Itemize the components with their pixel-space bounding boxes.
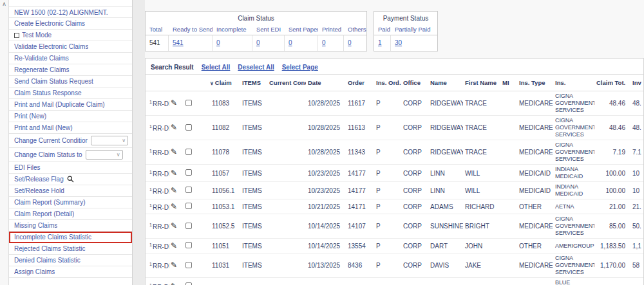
row-checkbox[interactable] [185, 187, 192, 193]
status-column-value[interactable]: 0 [252, 35, 285, 51]
sidebar-item-print-and-mail-duplicate-claim[interactable]: Print and Mail (Duplicate Claim) ∨ [9, 99, 132, 111]
column-header-inv[interactable]: Inv [630, 75, 643, 91]
status-column-value[interactable]: 1 [374, 35, 391, 51]
sidebar-item-incomplete-claims-statistic[interactable]: Incomplete Claims Statistic ∨ [9, 232, 132, 243]
status-column-value[interactable]: 0 [318, 35, 344, 51]
items-cell[interactable] [240, 278, 267, 285]
column-header-ins-type[interactable]: Ins. Type [517, 75, 553, 91]
row-checkbox[interactable] [185, 100, 192, 106]
row-checkbox[interactable] [185, 149, 192, 155]
sidebar-scrollbar[interactable]: ∧ [0, 0, 9, 285]
sidebar-item-validate-electronic-claims[interactable]: Validate Electronic Claims ∨ [9, 41, 132, 53]
items-cell[interactable]: ITEMS [240, 165, 267, 182]
column-header-order[interactable]: Order [346, 75, 374, 91]
items-cell[interactable]: ITEMS [240, 140, 267, 165]
items-cell[interactable]: ITEMS [240, 199, 267, 214]
search-icon[interactable] [67, 176, 74, 183]
column-header-mi[interactable]: MI [500, 75, 517, 91]
first-name-cell: TRACE [463, 140, 500, 165]
row-checkbox[interactable] [185, 169, 192, 176]
row-checkbox[interactable] [185, 124, 192, 131]
sidebar-item-claim-status-response[interactable]: Claim Status Response ∨ [9, 87, 132, 99]
sidebar-item-missing-claims[interactable]: Missing Claims ∨ [9, 220, 132, 232]
claim-number[interactable]: 11083 [208, 91, 240, 116]
row-checkbox[interactable] [185, 282, 192, 285]
column-header-office[interactable]: Office [401, 75, 428, 91]
sidebar-item-edi-files[interactable]: EDI Files ∨ [9, 162, 132, 174]
claim-number[interactable]: 11056.1 [208, 182, 240, 199]
column-header-ins[interactable]: Ins. [553, 75, 594, 91]
items-cell[interactable]: ITEMS [240, 239, 267, 253]
column-header-ins-ord[interactable]: Ins. Ord. [374, 75, 401, 91]
sidebar-item-change-current-condition-to[interactable]: Change Current Condition to ∨ [9, 134, 132, 148]
row-tag-cell: 1RR-DD [146, 253, 169, 278]
link-select-page[interactable]: Select Page [282, 64, 318, 71]
edit-pencil-icon[interactable]: ✎ [171, 147, 177, 156]
items-cell[interactable]: ITEMS [240, 253, 267, 278]
sidebar-item-regenerate-claims[interactable]: Regenerate Claims ∨ [9, 64, 132, 76]
sidebar-dropdown[interactable]: ∨ [91, 136, 128, 145]
link-select-all[interactable]: Select All [202, 64, 231, 71]
status-column-value[interactable]: 0 [344, 35, 366, 51]
sidebar-item-new-1500-02-12-alignment[interactable]: NEW 1500 (02-12) ALIGNMENT. ∨ [9, 6, 132, 18]
sidebar-item-print-and-mail-new[interactable]: Print and Mail (New) ∨ [9, 122, 132, 134]
items-cell[interactable]: ITEMS [240, 116, 267, 140]
items-cell[interactable]: ITEMS [240, 91, 267, 116]
sidebar-item-re-validate-claims[interactable]: Re-Validate Claims ∨ [9, 53, 132, 64]
row-checkbox[interactable] [185, 262, 192, 268]
edit-pencil-icon[interactable]: ✎ [171, 169, 177, 178]
row-checkbox[interactable] [185, 223, 192, 229]
sidebar-item-claim-report-summary[interactable]: Claim Report (Summary) ∨ [9, 197, 132, 208]
column-header-current-cond[interactable]: Current Cond. [267, 75, 306, 91]
edit-pencil-icon[interactable]: ✎ [171, 202, 177, 211]
sidebar-item-create-electronic-claims[interactable]: Create Electronic Claims ∨ [9, 18, 132, 30]
items-cell[interactable]: ITEMS [240, 182, 267, 199]
sidebar-item-denied-claims-statistic[interactable]: Denied Claims Statistic ∨ [9, 255, 132, 266]
claim-number[interactable]: 11078 [208, 140, 240, 165]
sidebar-item-assign-claims[interactable]: Assign Claims ∨ [9, 266, 132, 278]
claim-number[interactable]: 11051 [208, 239, 240, 253]
middle-initial-cell [500, 278, 517, 285]
edit-pencil-icon[interactable]: ✎ [171, 261, 177, 270]
sidebar-item-set-release-flag[interactable]: Set/Release Flag ∨ [9, 174, 132, 185]
column-header-name[interactable]: Name [428, 75, 463, 91]
claim-number[interactable]: 11031 [208, 253, 240, 278]
sidebar-item-claim-report-detail[interactable]: Claim Report (Detail) ∨ [9, 208, 132, 220]
column-header-claim[interactable]: ∨Claim [208, 75, 240, 91]
edit-pencil-icon[interactable]: ✎ [171, 123, 177, 132]
status-column-value[interactable]: 0 [213, 35, 252, 51]
edit-pencil-icon[interactable]: ✎ [171, 98, 177, 107]
row-checkbox[interactable] [185, 242, 192, 248]
claim-number[interactable] [208, 278, 240, 285]
claim-number[interactable]: 11052.5 [208, 214, 240, 239]
edit-pencil-icon[interactable]: ✎ [171, 241, 177, 250]
items-cell[interactable]: ITEMS [240, 214, 267, 239]
sidebar-item-set-release-hold[interactable]: Set/Release Hold ∨ [9, 185, 132, 197]
insurance-type-cell: MEDICARE [517, 91, 553, 116]
edit-pencil-icon[interactable]: ✎ [171, 221, 177, 230]
column-header-first-name[interactable]: First Name [463, 75, 500, 91]
test-mode-checkbox[interactable] [14, 33, 19, 38]
scroll-up-arrow-icon[interactable]: ∧ [0, 0, 8, 8]
claim-number[interactable]: 11053.1 [208, 199, 240, 214]
column-header-items[interactable]: ITEMS [240, 75, 267, 91]
status-column-value[interactable]: 0 [285, 35, 318, 51]
sidebar-item-print-new[interactable]: Print (New) ∨ [9, 111, 132, 122]
row-checkbox[interactable] [185, 203, 192, 209]
claim-number[interactable]: 11057 [208, 165, 240, 182]
sidebar-item-change-claim-status-to[interactable]: Change Claim Status to ∨ [9, 148, 132, 162]
sidebar-item-rejected-claims-statistic[interactable]: Rejected Claims Statistic ∨ [9, 243, 132, 255]
column-header-claim-tot[interactable]: Claim Tot. [594, 75, 630, 91]
current-condition-cell [267, 239, 306, 253]
column-header-date[interactable]: Date [306, 75, 346, 91]
edit-pencil-icon[interactable]: ✎ [171, 282, 177, 285]
link-deselect-all[interactable]: Deselect All [238, 64, 274, 71]
status-column-value[interactable]: 30 [391, 35, 437, 51]
sort-chevron-icon[interactable]: ∨ [210, 80, 214, 86]
status-column-value[interactable]: 541 [169, 35, 213, 51]
claim-number[interactable]: 11082 [208, 116, 240, 140]
sidebar-item-test-mode[interactable]: Test Mode ∨ [9, 30, 132, 41]
edit-pencil-icon[interactable]: ✎ [171, 186, 177, 195]
sidebar-dropdown[interactable]: ∨ [86, 150, 123, 160]
sidebar-item-send-claim-status-request[interactable]: Send Claim Status Request ∨ [9, 76, 132, 87]
